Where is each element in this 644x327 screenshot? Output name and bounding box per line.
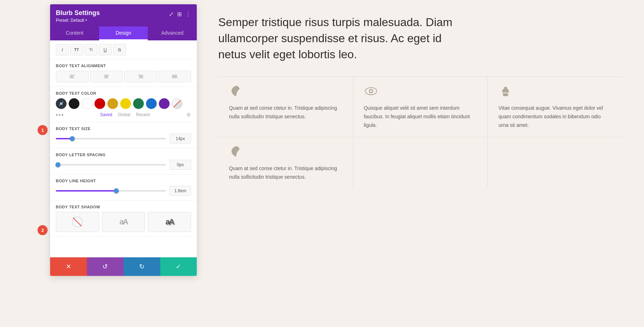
shadow-light-text: aA (119, 217, 127, 227)
body-text-size-slider-row (56, 134, 191, 144)
svg-rect-1 (70, 76, 74, 77)
body-line-height-input[interactable] (170, 186, 191, 196)
strikethrough-button[interactable]: S (113, 44, 126, 55)
color-gear-icon[interactable]: ⚙ (186, 112, 191, 118)
body-letter-spacing-thumb[interactable] (55, 162, 60, 167)
body-line-height-track[interactable] (56, 190, 166, 192)
align-left-button[interactable] (56, 71, 89, 82)
svg-rect-11 (172, 78, 177, 78)
body-letter-spacing-label: Body Letter Spacing (56, 153, 191, 157)
italic-button[interactable]: I (56, 44, 69, 55)
blurb-icon-2 (364, 84, 378, 98)
blurb-col2-3 (488, 137, 623, 189)
color-tab-saved[interactable]: Saved (100, 112, 112, 117)
svg-point-16 (370, 90, 372, 92)
align-justify-button[interactable] (158, 71, 191, 82)
content-area: Semper tristique risus turpis malesuada.… (197, 0, 644, 327)
color-blue[interactable] (146, 98, 157, 109)
body-text-size-section: Body Text Size (50, 122, 197, 148)
svg-rect-9 (172, 75, 177, 76)
more-icon[interactable]: ⋮ (185, 11, 191, 18)
panel-body: I TT Tt U S Body Text Alignment (50, 40, 197, 257)
cancel-button[interactable]: ✕ (50, 257, 87, 276)
align-right-icon (137, 73, 144, 80)
blurb-col-3: Vitae consequat augue. Vivamus eget dolo… (488, 77, 623, 137)
tab-advanced[interactable]: Advanced (148, 26, 197, 40)
blurb-col-2: Quisque aliquet velit sit amet sem inter… (353, 77, 488, 137)
svg-rect-7 (139, 76, 143, 77)
blurb-text-row2-1: Quam at sed conse ctetur in. Tristique a… (229, 164, 342, 182)
uppercase-button[interactable]: TT (70, 44, 83, 55)
panel-title: Blurb Settings (56, 9, 100, 17)
blurb-grid: Quam at sed conse ctetur in. Tristique a… (218, 76, 623, 137)
panel-tabs: Content Design Advanced (50, 26, 197, 40)
body-letter-spacing-track[interactable] (56, 164, 166, 165)
color-white[interactable] (82, 98, 92, 109)
body-text-size-label: Body Text Size (56, 127, 191, 131)
action-bar: ✕ ↺ ↻ ✓ (50, 257, 197, 276)
body-text-alignment-label: Body Text Alignment (56, 64, 191, 68)
save-button[interactable]: ✓ (160, 257, 197, 276)
color-black[interactable] (69, 98, 79, 109)
body-line-height-thumb[interactable] (114, 188, 119, 193)
color-yellow[interactable] (120, 98, 131, 109)
svg-rect-5 (104, 78, 109, 78)
grid-icon[interactable]: ⊞ (177, 11, 182, 18)
body-text-shadow-label: Body Text Shadow (56, 205, 191, 209)
align-center-icon (103, 73, 109, 80)
blurb-text-1: Quam at sed conse ctetur in. Tristique a… (229, 104, 342, 121)
body-text-size-input[interactable] (170, 134, 191, 144)
body-letter-spacing-input[interactable] (170, 160, 191, 170)
blurb-text-3: Vitae consequat augue. Vivamus eget dolo… (498, 104, 612, 129)
svg-rect-10 (172, 76, 177, 77)
blurb-text-2: Quisque aliquet velit sit amet sem inter… (364, 104, 477, 129)
body-letter-spacing-section: Body Letter Spacing (50, 148, 197, 174)
blurb-icon-row2-1 (229, 144, 243, 159)
dot-2 (59, 114, 60, 116)
body-text-size-track[interactable] (56, 138, 166, 139)
blurb-col2-1: Quam at sed conse ctetur in. Tristique a… (218, 137, 353, 189)
blurb-row-2: Quam at sed conse ctetur in. Tristique a… (218, 137, 623, 189)
svg-line-13 (73, 218, 82, 226)
redo-button[interactable]: ↻ (123, 257, 160, 276)
dot-3 (62, 114, 63, 116)
blurb-icon-1 (229, 84, 243, 98)
undo-button[interactable]: ↺ (87, 257, 124, 276)
body-text-color-section: Body Text Color (50, 87, 197, 122)
align-justify-icon (171, 73, 178, 80)
color-green[interactable] (133, 98, 144, 109)
tab-design[interactable]: Design (99, 26, 148, 40)
step-1-indicator: 1 (38, 125, 48, 135)
color-tab-recent[interactable]: Recent (136, 112, 150, 117)
align-center-button[interactable] (90, 71, 123, 82)
body-line-height-slider-row (56, 186, 191, 196)
shadow-none-button[interactable] (56, 212, 99, 232)
body-letter-spacing-slider-row (56, 160, 191, 170)
color-custom[interactable] (172, 98, 182, 109)
color-swatches (56, 98, 191, 109)
shadow-dark-text: aA (166, 217, 174, 227)
panel-preset: Preset: Default • (56, 18, 100, 23)
step-2-indicator: 2 (38, 225, 48, 235)
color-purple[interactable] (159, 98, 170, 109)
fullscreen-icon[interactable]: ⤢ (169, 11, 174, 18)
body-line-height-section: Body Line Height (50, 174, 197, 200)
body-text-shadow-section: Body Text Shadow aA aA (50, 200, 197, 237)
svg-rect-8 (138, 78, 143, 78)
capitalize-button[interactable]: Tt (84, 44, 97, 55)
panel-header: Blurb Settings Preset: Default • ⤢ ⊞ ⋮ (50, 4, 197, 26)
color-red[interactable] (94, 98, 105, 109)
align-right-button[interactable] (124, 71, 157, 82)
tab-content[interactable]: Content (50, 26, 99, 40)
color-orange[interactable] (107, 98, 118, 109)
svg-rect-0 (70, 75, 75, 76)
shadow-dark-button[interactable]: aA (148, 212, 191, 232)
text-format-row: I TT Tt U S (50, 40, 197, 59)
shadow-light-button[interactable]: aA (102, 212, 145, 232)
alignment-buttons (56, 71, 191, 82)
color-tab-global[interactable]: Global (118, 112, 131, 117)
eyedropper-swatch[interactable] (56, 98, 67, 109)
color-more-dots (56, 114, 63, 116)
body-text-size-thumb[interactable] (70, 136, 75, 141)
underline-button[interactable]: U (99, 44, 112, 55)
